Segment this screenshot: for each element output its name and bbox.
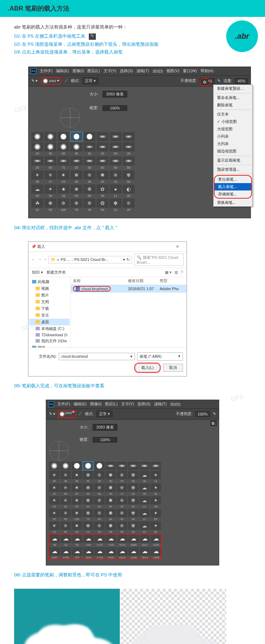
brush-swatch[interactable]: ❋33 xyxy=(83,496,93,508)
tree-music[interactable]: 音乐 xyxy=(29,312,70,319)
brush-swatch[interactable]: ❋14 xyxy=(83,521,93,533)
brush-swatch[interactable] xyxy=(128,462,138,470)
help-icon[interactable]: ? xyxy=(181,270,183,275)
brush-swatch[interactable]: ✶24 xyxy=(49,496,60,508)
cloud-brush-swatch[interactable]: ☁4123 xyxy=(117,547,128,559)
cloud-brush-swatch[interactable]: ☁1718 xyxy=(94,547,105,559)
ctx-stroke-thumb[interactable]: 描边缩览图 xyxy=(214,148,252,155)
cloud-brush-swatch[interactable]: ☁55 xyxy=(72,534,82,546)
mode-select[interactable]: 正常 ▾ xyxy=(82,77,98,84)
preview-icon[interactable]: ▥ xyxy=(174,270,178,275)
col-type[interactable]: 类型 xyxy=(160,278,184,283)
menu-edit[interactable]: 编辑(E) xyxy=(56,68,69,74)
brush-swatch[interactable]: ✷50 xyxy=(72,483,82,495)
brush-swatch[interactable] xyxy=(72,462,82,470)
cloud-brush-swatch[interactable]: ☁100 xyxy=(83,534,94,546)
brush-swatch[interactable] xyxy=(150,462,161,470)
brush-swatch[interactable]: ✾90 xyxy=(128,509,138,521)
brush-swatch[interactable]: ✾23 xyxy=(128,483,138,495)
tree-pic[interactable]: 图片 xyxy=(29,292,70,299)
brush-swatch[interactable]: ✺66 xyxy=(105,496,116,508)
brush-swatch[interactable]: ✦36 xyxy=(150,483,161,495)
brush-swatch[interactable] xyxy=(117,462,127,470)
menu-type[interactable]: 文字(Y) xyxy=(104,68,117,74)
pressure-icon[interactable]: ✎ xyxy=(217,79,221,83)
menu-window[interactable]: 窗口(W) xyxy=(183,68,197,74)
brush-swatch[interactable]: ※50 xyxy=(94,483,105,495)
brush-swatch[interactable]: ❋32 xyxy=(83,471,93,483)
filetype-select[interactable]: 画笔 (*.ABR) ▾ xyxy=(137,352,183,361)
brush-settings-icon[interactable]: ☄ xyxy=(64,79,68,83)
brush-swatch[interactable]: ✷100 xyxy=(72,509,82,521)
brush-swatch[interactable]: ✾33 xyxy=(128,521,138,533)
flow-value[interactable]: 45% xyxy=(235,78,248,84)
organize-button[interactable]: 组织 ▾ xyxy=(32,270,43,275)
tree-video[interactable]: 视频 xyxy=(29,285,70,292)
brush-swatch[interactable]: ✷36 xyxy=(72,496,82,508)
brush-swatch[interactable]: ❈45 xyxy=(117,509,127,521)
new-folder-button[interactable]: 新建文件夹 xyxy=(47,270,66,275)
cloud-brush-swatch[interactable]: ☁1932 xyxy=(151,534,161,546)
ctx-large-thumb[interactable]: 大缩览图 xyxy=(214,125,252,133)
brush-swatch[interactable]: ✺30 xyxy=(105,471,116,483)
ctx-replace[interactable]: 替换画笔... xyxy=(214,199,252,206)
brush-swatch[interactable]: ✦60 xyxy=(150,509,161,521)
ctx-preset-mgr[interactable]: 预设管理器... xyxy=(214,166,252,173)
cloud-brush-swatch[interactable]: ☁1792 xyxy=(61,547,71,559)
gear-icon[interactable]: ✿. xyxy=(210,420,217,426)
ctx-rename[interactable]: 重命名画笔... xyxy=(214,94,252,101)
brush-swatch[interactable]: ✶32 xyxy=(49,509,60,521)
load-button[interactable]: 载入(L) xyxy=(135,364,160,372)
nav-back-icon[interactable]: ← xyxy=(31,257,36,262)
brush-swatch[interactable]: ☁36 xyxy=(139,483,150,495)
col-name[interactable]: 名称 xyxy=(73,278,128,283)
brush-swatch[interactable]: ❋50 xyxy=(83,483,93,495)
filename-input[interactable]: cloud-brushesd ▾ xyxy=(59,353,135,360)
col-date[interactable]: 修改日期 xyxy=(128,278,160,283)
brush-swatch[interactable]: ✳36 xyxy=(60,471,71,483)
brush-swatch[interactable]: ❈25 xyxy=(117,471,127,483)
ctx-reset[interactable]: 复位画笔... xyxy=(215,176,251,183)
brush-swatch[interactable] xyxy=(94,462,105,470)
tool-icon[interactable]: ✎ ▾ xyxy=(31,79,38,83)
cloud-brush-swatch[interactable]: ☁1168 xyxy=(128,547,139,559)
cloud-brush-swatch[interactable]: ☁1998 xyxy=(151,547,161,559)
brush-preset-dropdown-2[interactable]: 2083 xyxy=(58,410,76,418)
tree-desktop[interactable]: 桌面 xyxy=(29,319,70,325)
cloud-brush-swatch[interactable]: ☁48 xyxy=(49,534,60,546)
brush-swatch[interactable]: ❈17 xyxy=(117,483,127,495)
gear-icon[interactable]: ✿. xyxy=(202,79,208,85)
brush-swatch[interactable]: ✺48 xyxy=(105,521,116,533)
tree-td[interactable]: TDdownload (\\ xyxy=(29,332,70,338)
cloud-brush-swatch[interactable]: ☁3215 xyxy=(117,534,128,546)
brush-swatch[interactable]: ✳50 xyxy=(60,483,71,495)
brush-swatch[interactable]: ❈39 xyxy=(117,496,127,508)
brush-swatch[interactable]: ✾63 xyxy=(128,496,138,508)
search-input[interactable]: 🔍 搜索"PS-5021 Cloud Brush... xyxy=(134,254,184,266)
cloud-brush-swatch[interactable]: ☁1611 xyxy=(140,534,150,546)
ctx-text-only[interactable]: 仅文本 xyxy=(214,111,252,118)
cloud-brush-swatch[interactable]: ☁32 xyxy=(61,534,71,546)
cloud-brush-swatch[interactable]: ☁2613 xyxy=(140,547,150,559)
menu-file[interactable]: 文件(F) xyxy=(40,68,53,74)
nav-fwd-icon[interactable]: → xyxy=(38,257,42,262)
ctx-small-list[interactable]: 小列表 xyxy=(214,133,252,140)
view-icon[interactable]: ▦ ▾ xyxy=(165,270,172,275)
brush-swatch[interactable]: ☁11 xyxy=(139,496,150,508)
brush-swatch[interactable]: ☁63 xyxy=(139,521,150,533)
menu-filter[interactable]: 滤镜(T) xyxy=(136,68,149,74)
nav-up-icon[interactable]: ↑ xyxy=(44,257,46,262)
menu-image[interactable]: 图像(I) xyxy=(73,68,84,74)
brush-swatch[interactable]: ✶23 xyxy=(49,521,60,533)
brush-swatch[interactable]: ✦71 xyxy=(150,471,161,483)
brush-swatch[interactable]: ✦66 xyxy=(150,521,161,533)
brush-swatch[interactable]: ❋75 xyxy=(83,509,93,521)
menu-layer[interactable]: 图层(L) xyxy=(87,68,100,74)
cancel-button[interactable]: 取消 xyxy=(163,364,183,372)
cloud-brush-swatch[interactable]: ☁1997 xyxy=(49,547,60,559)
brush-swatch[interactable]: ☁21 xyxy=(139,509,150,521)
brush-swatch[interactable]: ✦48 xyxy=(150,496,161,508)
brush-preset-dropdown[interactable]: 2083 xyxy=(41,77,62,85)
brush-swatch[interactable] xyxy=(49,462,60,470)
brush-swatch[interactable]: ✾25 xyxy=(128,471,138,483)
